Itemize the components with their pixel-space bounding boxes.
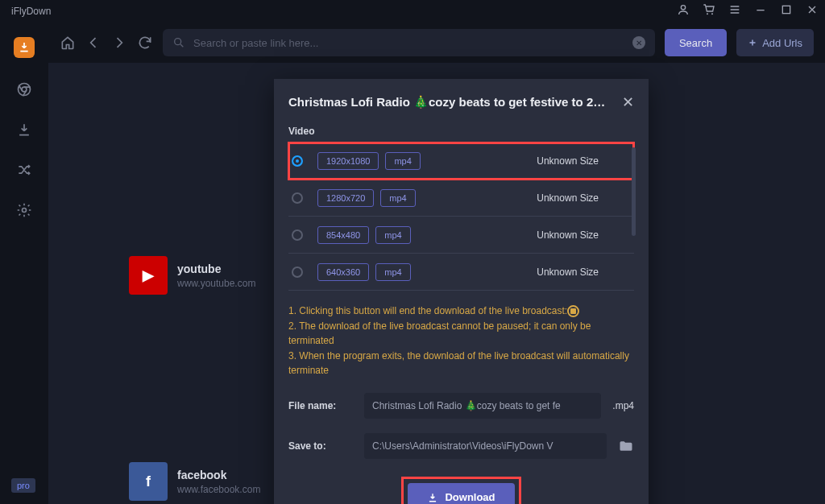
reload-icon[interactable] [137, 35, 153, 51]
scrollbar[interactable] [632, 147, 636, 236]
download-dialog: Christmas Lofi Radio 🎄cozy beats to get … [274, 79, 649, 504]
video-option[interactable]: 854x480 mp4 Unknown Size [288, 217, 634, 254]
menu-icon[interactable] [728, 3, 741, 19]
video-option[interactable]: 1280x720 mp4 Unknown Size [288, 180, 634, 217]
download-icon [427, 492, 438, 503]
add-urls-button[interactable]: Add Urls [736, 29, 814, 56]
youtube-icon: ▶ [129, 256, 168, 295]
search-placeholder: Search or paste link here... [193, 37, 318, 49]
maximize-icon[interactable] [780, 3, 793, 19]
home-icon[interactable] [60, 35, 76, 51]
cart-icon[interactable] [703, 3, 715, 19]
video-option[interactable]: 1920x1080 mp4 Unknown Size [288, 143, 634, 180]
size-label: Unknown Size [537, 266, 599, 278]
filename-input[interactable]: Christmas Lofi Radio 🎄cozy beats to get … [364, 393, 601, 419]
radio-icon[interactable] [292, 266, 303, 278]
stop-icon [567, 305, 579, 317]
svg-point-0 [681, 6, 685, 10]
resolution-chip: 1280x720 [317, 189, 374, 207]
video-options-list: 1920x1080 mp4 Unknown Size 1280x720 mp4 … [288, 142, 634, 291]
plus-icon [748, 38, 757, 48]
size-label: Unknown Size [537, 229, 599, 241]
facebook-icon: f [129, 462, 168, 501]
search-input[interactable]: Search or paste link here... ✕ [163, 29, 655, 56]
radio-icon[interactable] [292, 155, 303, 167]
saveto-input[interactable]: C:\Users\Administrator\Videos\iFlyDown V [364, 433, 607, 459]
resolution-chip: 1920x1080 [317, 152, 379, 170]
resolution-chip: 640x360 [317, 263, 369, 281]
radio-icon[interactable] [292, 192, 303, 204]
search-icon [172, 36, 185, 49]
svg-rect-3 [782, 6, 790, 13]
svg-point-1 [707, 13, 708, 14]
video-section-label: Video [288, 126, 634, 137]
svg-point-6 [23, 209, 27, 213]
app-title: iFlyDown [6, 6, 51, 17]
shuffle-icon[interactable] [15, 161, 33, 179]
dialog-title: Christmas Lofi Radio 🎄cozy beats to get … [288, 95, 605, 109]
format-chip: mp4 [380, 189, 415, 207]
sidebar: pro [0, 23, 48, 504]
size-label: Unknown Size [537, 192, 599, 204]
download-button[interactable]: Download [408, 483, 514, 504]
downloads-icon[interactable] [15, 121, 33, 138]
user-icon[interactable] [677, 3, 690, 19]
back-icon[interactable] [85, 35, 102, 51]
search-button[interactable]: Search [665, 29, 727, 56]
download-highlight: Download [401, 477, 520, 504]
close-icon[interactable] [806, 3, 819, 19]
format-chip: mp4 [385, 152, 420, 170]
format-chip: mp4 [375, 226, 410, 244]
dialog-close-icon[interactable]: ✕ [622, 93, 634, 111]
filename-label: File name: [288, 400, 353, 411]
svg-point-7 [175, 39, 181, 45]
topbar: Search or paste link here... ✕ Search Ad… [48, 23, 825, 63]
chrome-icon[interactable] [15, 81, 33, 98]
format-chip: mp4 [375, 263, 410, 281]
folder-icon[interactable] [618, 438, 634, 454]
size-label: Unknown Size [537, 155, 599, 167]
settings-icon[interactable] [15, 201, 33, 219]
resolution-chip: 854x480 [317, 226, 369, 244]
pro-badge[interactable]: pro [11, 478, 35, 493]
radio-icon[interactable] [292, 229, 303, 241]
video-option[interactable]: 640x360 mp4 Unknown Size [288, 254, 634, 291]
live-notes: 1. Clicking this button will end the dow… [288, 304, 634, 378]
clear-icon[interactable]: ✕ [632, 36, 645, 49]
download-app-icon[interactable] [14, 37, 35, 58]
forward-icon[interactable] [111, 35, 127, 51]
titlebar: iFlyDown [0, 0, 825, 23]
minimize-icon[interactable] [754, 3, 767, 19]
titlebar-controls [677, 3, 819, 19]
svg-point-2 [711, 13, 713, 14]
saveto-label: Save to: [288, 440, 353, 452]
filename-ext: .mp4 [612, 400, 634, 411]
